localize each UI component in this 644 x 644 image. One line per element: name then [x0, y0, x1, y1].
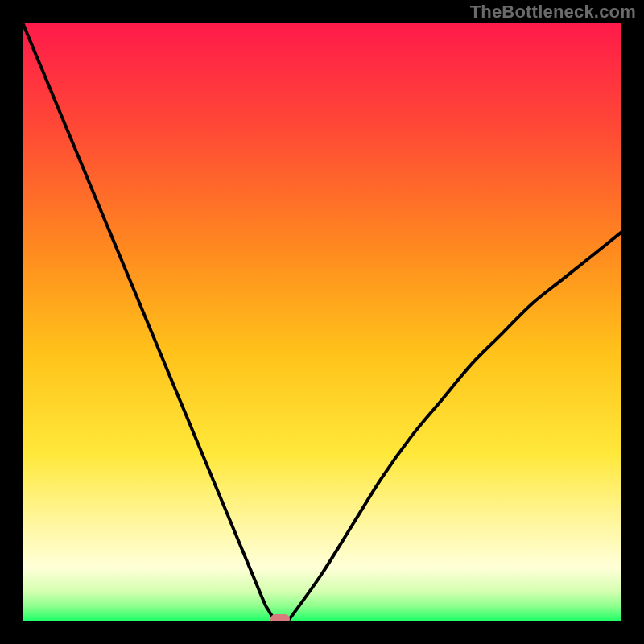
- watermark-label: TheBottleneck.com: [470, 2, 636, 23]
- bottleneck-curve: [23, 23, 621, 621]
- minimum-marker: [270, 614, 290, 621]
- plot-area: [23, 23, 621, 621]
- chart-frame: TheBottleneck.com: [0, 0, 644, 644]
